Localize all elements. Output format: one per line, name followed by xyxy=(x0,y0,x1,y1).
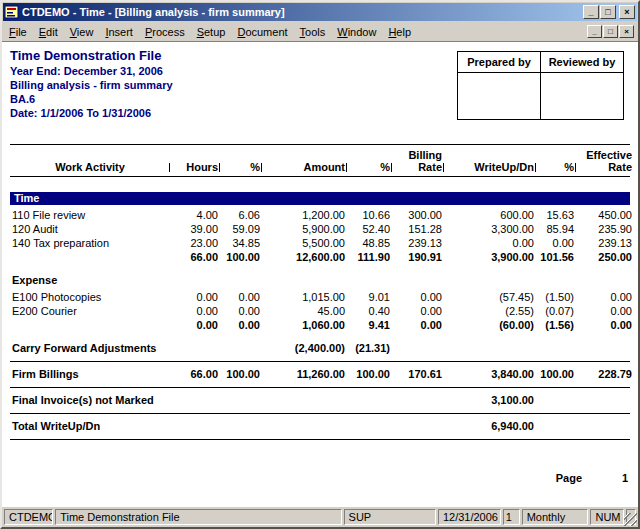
table-row: E200 Courier0.000.0045.000.400.00(2.55)(… xyxy=(10,304,630,318)
cell: 101.56 xyxy=(536,250,576,268)
statusbar-file: CTDEMO xyxy=(4,509,53,525)
cell: (1.56) xyxy=(536,318,576,336)
table-row: Final Invoice(s) not Marked3,100.00 xyxy=(10,388,630,414)
cell: 48.85 xyxy=(347,236,392,250)
row-label: 110 File review xyxy=(10,208,170,222)
column-header-7: % xyxy=(536,161,576,173)
menu-file[interactable]: File xyxy=(3,24,33,40)
menu-view[interactable]: View xyxy=(64,24,100,40)
cell: 15.63 xyxy=(536,208,576,222)
cell: 0.00 xyxy=(392,318,444,336)
cell: 11,260.00 xyxy=(262,368,347,380)
row-label: Final Invoice(s) not Marked xyxy=(10,394,170,406)
cell: 5,500.00 xyxy=(262,236,347,250)
table-row: 140 Tax preparation23.0034.855,500.0048.… xyxy=(10,236,630,250)
cell: 0.00 xyxy=(220,290,262,304)
page-footer: Page 1 xyxy=(10,472,630,484)
mdi-restore-button[interactable]: □ xyxy=(603,25,618,38)
mdi-minimize-button[interactable]: _ xyxy=(587,25,602,38)
cell: 10.66 xyxy=(347,208,392,222)
cell xyxy=(262,420,347,432)
menu-process[interactable]: Process xyxy=(139,24,191,40)
column-header-8: Effective Rate xyxy=(576,149,634,173)
cell xyxy=(220,342,262,354)
cell xyxy=(262,394,347,406)
menu-window[interactable]: Window xyxy=(331,24,382,40)
cell: (60.00) xyxy=(444,318,536,336)
menu-document[interactable]: Document xyxy=(231,24,293,40)
cell: 52.40 xyxy=(347,222,392,236)
menu-tools[interactable]: Tools xyxy=(294,24,332,40)
close-button[interactable]: × xyxy=(619,5,635,19)
cell xyxy=(576,420,634,432)
column-header-1: Hours xyxy=(170,161,220,173)
report-document: Time Demonstration File Year End: Decemb… xyxy=(2,41,638,506)
titlebar-buttons: _ □ × xyxy=(583,5,635,19)
cell: 23.00 xyxy=(170,236,220,250)
cell: 1,015.00 xyxy=(262,290,347,304)
signoff-box: Prepared by Reviewed by xyxy=(457,51,624,120)
reviewed-by-header: Reviewed by xyxy=(541,52,624,73)
menu-help[interactable]: Help xyxy=(382,24,417,40)
table-row: 0.000.001,060.009.410.00(60.00)(1.56)0.0… xyxy=(10,318,630,336)
menu-setup[interactable]: Setup xyxy=(191,24,232,40)
row-label: Total WriteUp/Dn xyxy=(10,420,170,432)
resize-grip-icon[interactable] xyxy=(624,513,637,526)
mdi-window-buttons: _ □ × xyxy=(587,25,634,38)
cell: 0.00 xyxy=(444,236,536,250)
cell: 0.00 xyxy=(576,318,634,336)
table-row: Firm Billings66.00100.0011,260.00100.001… xyxy=(10,362,630,388)
cell xyxy=(576,342,634,354)
row-label: Firm Billings xyxy=(10,368,170,380)
cell: (57.45) xyxy=(444,290,536,304)
menu-edit[interactable]: Edit xyxy=(33,24,64,40)
cell: 0.00 xyxy=(170,290,220,304)
table-body: Time110 File review4.006.061,200.0010.66… xyxy=(10,192,630,440)
restore-button[interactable]: □ xyxy=(600,5,616,19)
menu-insert[interactable]: Insert xyxy=(99,24,139,40)
table-row: E100 Photocopies0.000.001,015.009.010.00… xyxy=(10,290,630,304)
cell: 600.00 xyxy=(444,208,536,222)
cell: 250.00 xyxy=(576,250,634,268)
menubar: FileEditViewInsertProcessSetupDocumentTo… xyxy=(2,22,638,41)
cell: 239.13 xyxy=(576,236,634,250)
section-header-row: Expense xyxy=(10,273,630,288)
cell: 0.00 xyxy=(170,318,220,336)
statusbar-user: SUP xyxy=(344,509,436,525)
table-row: Carry Forward Adjustments(2,400.00)(21.3… xyxy=(10,336,630,362)
cell: 100.00 xyxy=(536,368,576,380)
cell: 66.00 xyxy=(170,250,220,268)
cell xyxy=(392,342,444,354)
row-label: Carry Forward Adjustments xyxy=(10,342,170,354)
table-header-row: Work ActivityHours%Amount%Billing RateWr… xyxy=(10,144,630,177)
cell: 12,600.00 xyxy=(262,250,347,268)
column-header-5: Billing Rate xyxy=(392,149,444,173)
statusbar-description: Time Demonstration File xyxy=(55,509,341,525)
cell: 3,900.00 xyxy=(444,250,536,268)
cell: (1.50) xyxy=(536,290,576,304)
table-row: 110 File review4.006.061,200.0010.66300.… xyxy=(10,208,630,222)
statusbar: CTDEMOTime Demonstration FileSUP12/31/20… xyxy=(2,506,638,527)
cell: 450.00 xyxy=(576,208,634,222)
row-label: 120 Audit xyxy=(10,222,170,236)
reviewed-by-cell xyxy=(541,73,624,120)
menu-items: FileEditViewInsertProcessSetupDocumentTo… xyxy=(3,24,417,40)
cell: 300.00 xyxy=(392,208,444,222)
cell xyxy=(536,342,576,354)
statusbar-date: 12/31/2006 xyxy=(438,509,501,525)
mdi-close-button[interactable]: × xyxy=(619,25,634,38)
cell: 9.41 xyxy=(347,318,392,336)
cell: 0.00 xyxy=(170,304,220,318)
minimize-button[interactable]: _ xyxy=(583,5,599,19)
cell: 66.00 xyxy=(170,368,220,380)
page-label: Page xyxy=(556,472,582,484)
cell xyxy=(170,394,220,406)
statusbar-frequency: Monthly xyxy=(522,509,589,525)
cell: 190.91 xyxy=(392,250,444,268)
cell: 4.00 xyxy=(170,208,220,222)
cell: 239.13 xyxy=(392,236,444,250)
cell xyxy=(170,420,220,432)
cell: (2.55) xyxy=(444,304,536,318)
page-number: 1 xyxy=(582,472,628,484)
cell: 3,300.00 xyxy=(444,222,536,236)
